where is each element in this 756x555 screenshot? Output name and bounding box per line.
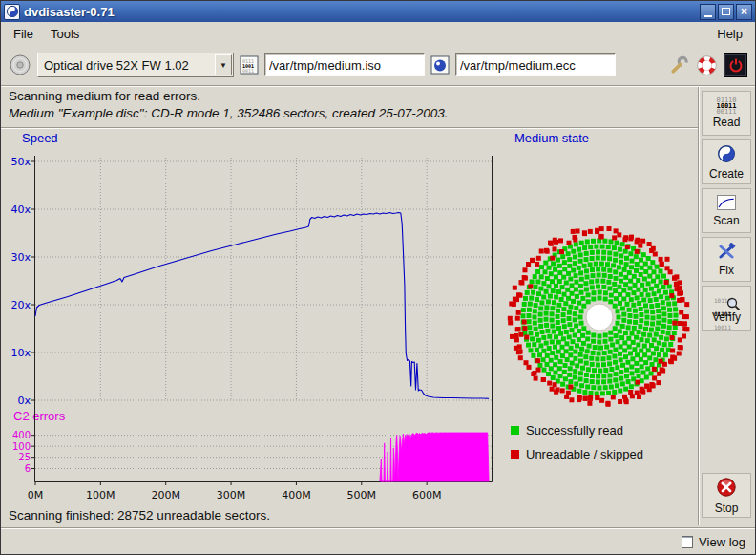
svg-text:30x: 30x bbox=[10, 251, 31, 264]
read-button-label: Read bbox=[713, 116, 741, 129]
ecc-path-input[interactable] bbox=[455, 53, 616, 76]
svg-text:10x: 10x bbox=[10, 347, 31, 359]
maximize-icon bbox=[722, 8, 730, 15]
iso-file-icon: 0111 1001 0011 bbox=[240, 55, 259, 75]
headline-divider bbox=[1, 127, 698, 129]
menu-tools[interactable]: Tools bbox=[42, 24, 88, 44]
svg-text:500M: 500M bbox=[347, 489, 377, 502]
app-icon bbox=[4, 4, 20, 20]
preferences-wrench-icon[interactable] bbox=[668, 54, 690, 76]
scan-button-label: Scan bbox=[713, 214, 739, 227]
create-button[interactable]: Create bbox=[702, 139, 751, 184]
toolbar-divider bbox=[1, 85, 755, 87]
svg-text:50x: 50x bbox=[10, 156, 31, 168]
quit-power-button[interactable] bbox=[724, 53, 747, 77]
medium-state-disc bbox=[501, 219, 698, 416]
iso-path-input[interactable] bbox=[264, 53, 425, 76]
drive-selector[interactable]: Optical drive 52X FW 1.02 ▼ bbox=[37, 53, 234, 77]
svg-text:40x: 40x bbox=[10, 203, 31, 216]
svg-text:200M: 200M bbox=[151, 489, 180, 502]
scan-button[interactable]: Scan bbox=[702, 188, 751, 233]
legend-red-swatch bbox=[511, 450, 519, 459]
svg-text:6: 6 bbox=[25, 463, 31, 474]
window-title: dvdisaster-0.71 bbox=[24, 5, 115, 19]
dvdisaster-window: dvdisaster-0.71 × File Tools Help Optica… bbox=[0, 0, 756, 555]
legend-read-label: Successfully read bbox=[526, 423, 623, 438]
minimize-icon bbox=[704, 15, 712, 17]
bottombar: View log bbox=[1, 529, 755, 554]
legend-green-swatch bbox=[511, 426, 519, 435]
menu-file[interactable]: File bbox=[5, 24, 42, 44]
stop-icon bbox=[716, 477, 737, 501]
svg-text:0M: 0M bbox=[28, 489, 44, 502]
fix-button[interactable]: Fix bbox=[702, 237, 751, 282]
verify-button[interactable]: 101100110110011 Verify bbox=[702, 286, 751, 331]
medium-info: Medium "Example disc": CD-R mode 1, 3524… bbox=[9, 106, 449, 120]
menu-help[interactable]: Help bbox=[708, 24, 751, 44]
svg-text:400: 400 bbox=[12, 430, 31, 440]
view-log-button[interactable]: View log bbox=[699, 535, 746, 549]
minimize-button[interactable] bbox=[700, 4, 716, 20]
drive-icon[interactable] bbox=[9, 53, 32, 76]
fix-button-label: Fix bbox=[719, 264, 734, 277]
legend-read: Successfully read bbox=[511, 423, 623, 438]
status-headline: Scanning medium for read errors. bbox=[9, 89, 200, 103]
menubar: File Tools Help bbox=[1, 22, 755, 45]
speed-chart-title: Speed bbox=[22, 131, 58, 145]
speed-and-c2-chart: 0x10x20x30x40x50x4001002560M100M200M300M… bbox=[1, 144, 497, 509]
yin-yang-icon bbox=[717, 144, 736, 166]
help-lifebelt-icon[interactable] bbox=[696, 54, 718, 76]
scan-result-status: Scanning finished: 28752 unreadable sect… bbox=[9, 508, 270, 523]
svg-text:300M: 300M bbox=[217, 489, 246, 502]
svg-text:0011: 0011 bbox=[242, 68, 254, 74]
maximize-button[interactable] bbox=[718, 4, 734, 20]
stop-button[interactable]: Stop bbox=[702, 473, 751, 518]
svg-text:20x: 20x bbox=[10, 299, 31, 311]
svg-text:400M: 400M bbox=[282, 489, 311, 502]
svg-text:100: 100 bbox=[12, 441, 31, 452]
stop-button-label: Stop bbox=[715, 502, 739, 515]
window-controls: × bbox=[700, 4, 752, 20]
chevron-down-icon: ▼ bbox=[215, 54, 232, 75]
scan-graph-icon bbox=[717, 195, 736, 213]
binary-read-icon: 011101001100111 bbox=[716, 97, 736, 115]
create-button-label: Create bbox=[709, 167, 744, 181]
medium-state-title: Medium state bbox=[514, 131, 589, 145]
legend-unreadable-label: Unreadable / skipped bbox=[526, 447, 643, 461]
fix-tools-icon bbox=[717, 243, 736, 263]
svg-text:600M: 600M bbox=[412, 489, 442, 502]
toolbar: Optical drive 52X FW 1.02 ▼ 0111 1001 00… bbox=[1, 45, 755, 85]
view-log-icon bbox=[682, 536, 693, 548]
titlebar: dvdisaster-0.71 × bbox=[1, 1, 755, 22]
drive-selector-value: Optical drive 52X FW 1.02 bbox=[38, 58, 215, 73]
svg-text:0x: 0x bbox=[17, 395, 31, 407]
verify-magnifier-icon: 101100110110011 bbox=[714, 292, 739, 310]
svg-text:100M: 100M bbox=[86, 489, 116, 502]
svg-text:25: 25 bbox=[18, 452, 31, 462]
close-button[interactable]: × bbox=[736, 4, 752, 20]
read-button[interactable]: 011101001100111 Read bbox=[702, 91, 751, 136]
ecc-file-icon bbox=[430, 55, 450, 75]
legend-unreadable: Unreadable / skipped bbox=[511, 447, 643, 461]
sidebar-divider bbox=[698, 87, 700, 525]
